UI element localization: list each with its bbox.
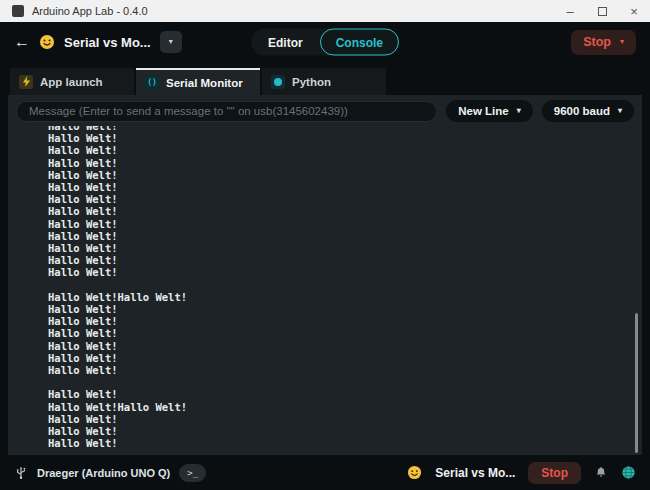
tab-label: App launch [40, 76, 103, 88]
baud-rate-dropdown[interactable]: 9600 baud ▾ [542, 100, 634, 122]
status-stop-button[interactable]: Stop [528, 462, 581, 484]
console-line [48, 279, 642, 291]
console-line: Hallo Welt! [48, 425, 642, 437]
back-arrow-icon[interactable]: ← [14, 34, 30, 50]
console-line: Hallo Welt! [48, 181, 642, 193]
stop-button-label: Stop [583, 35, 611, 49]
usb-icon [14, 466, 28, 480]
serial-output: Hallo Welt!Hallo Welt!Hallo Welt!Hallo W… [8, 126, 642, 449]
chevron-down-icon[interactable]: ▾ [620, 38, 624, 46]
console-line: Hallo Welt! [48, 169, 642, 181]
console-line: Hallo Welt! [48, 388, 642, 400]
console-line: Hallo Welt! [48, 266, 642, 278]
close-button[interactable]: × [618, 0, 650, 22]
console-line: Hallo Welt! [48, 327, 642, 339]
bell-icon[interactable] [594, 466, 608, 480]
console-line [48, 376, 642, 388]
tab-label: Serial Monitor [166, 77, 243, 89]
stop-button[interactable]: Stop ▾ [571, 30, 636, 55]
status-bar: Draeger (Arduino UNO Q) >_ Serial vs Mo.… [0, 455, 650, 490]
console-line: Hallo Welt! [48, 340, 642, 352]
running-app-name[interactable]: Serial vs Mo... [435, 466, 515, 480]
editor-button[interactable]: Editor [251, 35, 320, 49]
console-line: Hallo Welt! [48, 230, 642, 242]
python-icon [271, 75, 285, 89]
serial-icon: () [145, 76, 159, 90]
sketch-dropdown-button[interactable]: ▾ [160, 31, 182, 53]
console-line: Hallo Welt! [48, 144, 642, 156]
board-name: Draeger (Arduino UNO Q) [37, 467, 170, 479]
serial-input-row: New Line ▾ 9600 baud ▾ [8, 95, 642, 122]
maximize-button[interactable] [586, 0, 618, 22]
console-line: Hallo Welt!Hallo Welt! [48, 401, 642, 413]
console-line: Hallo Welt! [48, 132, 642, 144]
app-header: ← Serial vs Mo... ▾ Editor Console Stop … [0, 22, 650, 62]
console-line: Hallo Welt! [48, 205, 642, 217]
console-line: Hallo Welt! [48, 242, 642, 254]
smiley-icon [39, 34, 55, 50]
console-line: Hallo Welt! [48, 254, 642, 266]
chevron-down-icon: ▾ [169, 38, 173, 46]
console-line: Hallo Welt! [48, 218, 642, 230]
chevron-down-icon: ▾ [618, 107, 622, 115]
console-line: Hallo Welt! [48, 315, 642, 327]
console-line: Hallo Welt! [48, 437, 642, 449]
terminal-button[interactable]: >_ [179, 464, 206, 482]
smiley-icon [407, 465, 422, 480]
status-bar-right: Serial vs Mo... Stop [407, 462, 636, 484]
header-left: ← Serial vs Mo... ▾ [14, 31, 182, 53]
tab-python[interactable]: Python [262, 68, 386, 95]
window-title: Arduino App Lab - 0.4.0 [32, 5, 554, 17]
app-logo-icon [12, 5, 24, 17]
console-line: Hallo Welt! [48, 413, 642, 425]
tab-label: Python [292, 76, 331, 88]
window-controls: – × [554, 0, 650, 22]
serial-monitor-panel: New Line ▾ 9600 baud ▾ Hallo Welt!Hallo … [8, 95, 642, 455]
view-switcher: Editor Console [251, 29, 399, 56]
serial-console-view[interactable]: Hallo Welt!Hallo Welt!Hallo Welt!Hallo W… [8, 126, 642, 455]
maximize-icon [598, 7, 607, 16]
console-line: Hallo Welt! [48, 193, 642, 205]
baud-rate-value: 9600 baud [554, 105, 610, 117]
console-line: Hallo Welt! [48, 352, 642, 364]
sketch-title: Serial vs Mo... [64, 35, 151, 50]
editor-console-toggle: Editor Console [251, 29, 399, 56]
console-line: Hallo Welt! [48, 364, 642, 376]
chevron-down-icon: ▾ [517, 107, 521, 115]
console-line: Hallo Welt! [48, 157, 642, 169]
console-button[interactable]: Console [320, 29, 399, 56]
line-ending-value: New Line [458, 105, 508, 117]
line-ending-dropdown[interactable]: New Line ▾ [446, 100, 533, 122]
tab-bar: App launch () Serial Monitor Python [0, 62, 650, 95]
os-titlebar: Arduino App Lab - 0.4.0 – × [0, 0, 650, 22]
tab-serial-monitor[interactable]: () Serial Monitor [136, 68, 260, 95]
scrollbar-thumb[interactable] [635, 313, 638, 453]
globe-icon[interactable] [621, 465, 636, 480]
minimize-button[interactable]: – [554, 0, 586, 22]
message-input[interactable] [16, 101, 437, 122]
console-line: Hallo Welt!Hallo Welt! [48, 291, 642, 303]
tab-app-launch[interactable]: App launch [10, 68, 134, 95]
console-line: Hallo Welt! [48, 303, 642, 315]
lightning-icon [19, 75, 33, 89]
